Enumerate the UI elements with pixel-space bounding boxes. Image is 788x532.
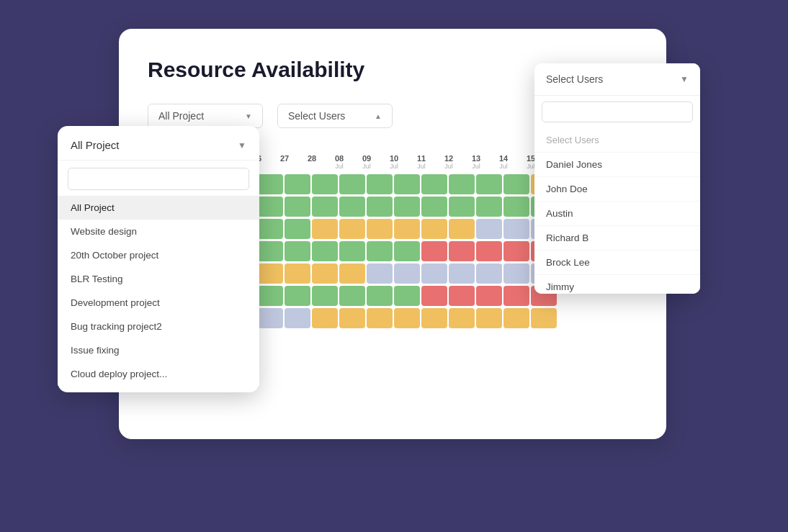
grid-cell — [503, 219, 529, 239]
grid-cell — [257, 241, 283, 261]
project-list-item[interactable]: Cloud deploy project... — [58, 362, 259, 386]
user-list-item[interactable]: Richard B — [534, 226, 700, 251]
users-dropdown-card: Select Users ▼ Select UsersDaniel JonesJ… — [534, 63, 700, 294]
grid-cell — [503, 286, 529, 306]
users-filter-label: Select Users — [288, 110, 345, 122]
grid-cell — [312, 219, 338, 239]
grid-cell — [449, 263, 475, 284]
grid-cell — [394, 263, 420, 284]
project-search-input[interactable] — [68, 168, 249, 190]
user-list-item[interactable]: Austin — [534, 202, 700, 226]
grid-cell — [257, 286, 283, 306]
grid-cell — [285, 308, 310, 328]
project-filter-dropdown[interactable]: All Project ▼ — [148, 104, 263, 128]
grid-cell — [449, 174, 475, 194]
grid-cell — [367, 241, 393, 261]
grid-cell — [421, 197, 447, 217]
grid-cell — [449, 219, 475, 239]
grid-cell — [476, 197, 502, 217]
user-list-item[interactable]: Jimmy — [534, 275, 700, 294]
users-list-container: Select UsersDaniel JonesJohn DoeAustinRi… — [534, 128, 700, 294]
grid-cell — [531, 308, 557, 328]
users-list: Select UsersDaniel JonesJohn DoeAustinRi… — [534, 128, 700, 294]
grid-cell — [339, 219, 365, 239]
grid-cell — [421, 174, 447, 194]
project-dropdown-title: All Project — [71, 139, 120, 151]
grid-cell — [312, 174, 338, 194]
users-dropdown-arrow: ▼ — [680, 74, 689, 84]
project-list-item[interactable]: Issue fixing — [58, 338, 259, 362]
date-col: 14Jul — [491, 154, 516, 170]
grid-cell — [503, 174, 529, 194]
grid-cell — [257, 308, 283, 328]
grid-cell — [476, 241, 502, 261]
date-col: 10Jul — [381, 154, 407, 170]
grid-cell — [285, 286, 310, 306]
grid-cell — [367, 263, 393, 284]
grid-cell — [394, 174, 420, 194]
grid-cell — [312, 308, 338, 328]
grid-cell — [257, 219, 283, 239]
grid-cell — [476, 286, 502, 306]
grid-cell — [285, 219, 310, 239]
grid-cell — [339, 286, 365, 306]
grid-cell — [339, 174, 365, 194]
grid-cell — [394, 197, 420, 217]
grid-cell — [503, 241, 529, 261]
grid-cell — [503, 308, 529, 328]
grid-cell — [285, 174, 310, 194]
date-col: 13Jul — [463, 154, 489, 170]
grid-cell — [339, 241, 365, 261]
date-col: 08Jul — [326, 154, 352, 170]
project-list-item[interactable]: BLR Testing — [58, 267, 259, 291]
grid-cell — [421, 219, 447, 239]
grid-cell — [503, 263, 529, 284]
grid-cell — [394, 219, 420, 239]
user-list-item[interactable]: Select Users — [534, 128, 700, 153]
project-dropdown-card: All Project ▼ All ProjectWebsite design2… — [58, 126, 259, 392]
grid-cell — [285, 197, 310, 217]
project-filter-label: All Project — [158, 110, 204, 122]
project-list-item[interactable]: Website design — [58, 220, 259, 243]
project-list-item[interactable]: All Project — [58, 196, 259, 220]
grid-cell — [449, 286, 475, 306]
grid-cell — [339, 197, 365, 217]
grid-cell — [367, 286, 393, 306]
grid-cell — [421, 286, 447, 306]
grid-cell — [367, 174, 393, 194]
users-search-input[interactable] — [542, 102, 693, 122]
project-list: All ProjectWebsite design20th October pr… — [58, 196, 259, 386]
project-filter-arrow: ▼ — [245, 112, 252, 120]
date-col: 09Jul — [354, 154, 380, 170]
grid-cell — [257, 263, 283, 284]
grid-cell — [449, 197, 475, 217]
user-list-item[interactable]: John Doe — [534, 177, 700, 202]
grid-cell — [312, 286, 338, 306]
grid-cell — [394, 308, 420, 328]
users-dropdown-header: Select Users ▼ — [534, 63, 700, 96]
grid-cell — [339, 308, 365, 328]
project-dropdown-arrow: ▼ — [238, 140, 246, 150]
grid-cell — [421, 263, 447, 284]
grid-cell — [367, 197, 393, 217]
grid-cell — [449, 308, 475, 328]
project-list-item[interactable]: 20th October project — [58, 243, 259, 267]
user-list-item[interactable]: Brock Lee — [534, 251, 700, 275]
grid-cell — [312, 241, 338, 261]
grid-cell — [312, 197, 338, 217]
date-col: 27 — [272, 154, 297, 170]
users-filter-dropdown[interactable]: Select Users ▲ — [277, 104, 393, 128]
grid-cell — [367, 308, 393, 328]
user-list-item[interactable]: Daniel Jones — [534, 153, 700, 177]
project-list-item[interactable]: Bug tracking project2 — [58, 315, 259, 338]
grid-cell — [503, 197, 529, 217]
grid-cell — [257, 197, 283, 217]
grid-cell — [449, 241, 475, 261]
users-dropdown-title: Select Users — [546, 73, 603, 85]
date-col: 12Jul — [436, 154, 462, 170]
grid-cell — [421, 241, 447, 261]
date-col: 11Jul — [408, 154, 434, 170]
grid-cell — [476, 263, 502, 284]
grid-cell — [257, 174, 283, 194]
project-list-item[interactable]: Development project — [58, 291, 259, 315]
